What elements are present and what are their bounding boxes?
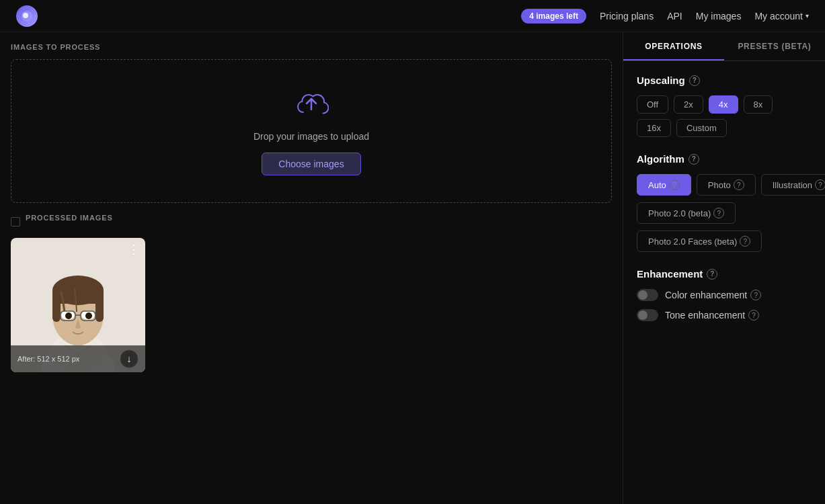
upload-area[interactable]: Drop your images to upload Choose images: [11, 59, 612, 203]
upscaling-info-icon[interactable]: ?: [689, 75, 700, 86]
algorithm-heading: Algorithm ?: [637, 153, 812, 165]
algo-auto-info-icon[interactable]: ?: [669, 179, 680, 190]
processed-section: PROCESSED IMAGES: [11, 214, 612, 372]
choose-images-button[interactable]: Choose images: [262, 153, 360, 175]
image-size-label: After: 512 x 512 px: [17, 355, 79, 363]
tab-operations[interactable]: OPERATIONS: [623, 32, 724, 60]
svg-point-13: [65, 312, 72, 319]
upscale-16x[interactable]: 16x: [637, 119, 671, 137]
nav-pricing[interactable]: Pricing plans: [600, 11, 654, 22]
upscale-off[interactable]: Off: [637, 95, 668, 114]
image-card: ⋮ After: 512 x 512 px ↓: [11, 238, 145, 372]
algo-illustration[interactable]: Illustration ?: [761, 174, 825, 196]
upscale-2x[interactable]: 2x: [674, 95, 703, 114]
upscale-options: Off 2x 4x 8x 16x Custom: [637, 95, 812, 137]
upload-icon: [294, 87, 329, 122]
upscaling-heading: Upscaling ?: [637, 75, 812, 86]
tone-enhancement-label: Tone enhancement ?: [665, 310, 759, 321]
main-layout: IMAGES TO PROCESS Drop your images to up…: [0, 32, 825, 504]
algo-row-1: Auto ? Photo ? Illustration ?: [637, 174, 812, 196]
algo-auto[interactable]: Auto ?: [637, 174, 691, 196]
algo-illustration-info-icon[interactable]: ?: [815, 179, 825, 190]
right-tabs: OPERATIONS PRESETS (BETA): [623, 32, 825, 61]
tone-enhancement-option: Tone enhancement ?: [637, 309, 812, 321]
nav-my-images[interactable]: My images: [696, 11, 742, 22]
images-to-process-title: IMAGES TO PROCESS: [11, 43, 612, 51]
tab-presets[interactable]: PRESETS (BETA): [724, 32, 825, 60]
chevron-down-icon: ▾: [806, 12, 809, 19]
processed-title-row: PROCESSED IMAGES: [11, 214, 612, 230]
algo-photo[interactable]: Photo ?: [697, 174, 756, 196]
algo-row-3: Photo 2.0 Faces (beta) ?: [637, 230, 812, 252]
algo-row-2: Photo 2.0 (beta) ?: [637, 202, 812, 224]
tone-enhancement-info-icon[interactable]: ?: [748, 310, 759, 321]
color-enhancement-label: Color enhancement ?: [665, 290, 761, 300]
svg-rect-9: [52, 295, 61, 322]
algo-photo-info-icon[interactable]: ?: [734, 179, 744, 190]
nav-my-account[interactable]: My account ▾: [754, 11, 809, 22]
svg-rect-10: [95, 295, 104, 322]
color-enhancement-toggle[interactable]: [637, 289, 658, 301]
svg-point-1: [23, 13, 28, 18]
upscale-8x[interactable]: 8x: [744, 95, 773, 114]
algo-options: Auto ? Photo ? Illustration ?: [637, 174, 812, 252]
right-content: Upscaling ? Off 2x 4x 8x 16x Custom Algo…: [623, 61, 825, 504]
enhancement-info-icon[interactable]: ?: [707, 269, 717, 280]
algorithm-section: Algorithm ? Auto ? Photo ?: [637, 153, 812, 252]
images-left-badge: 4 images left: [521, 9, 586, 24]
upscaling-section: Upscaling ? Off 2x 4x 8x 16x Custom: [637, 75, 812, 137]
upscale-4x[interactable]: 4x: [709, 95, 738, 114]
download-button[interactable]: ↓: [120, 349, 139, 368]
right-panel: OPERATIONS PRESETS (BETA) Upscaling ? Of…: [623, 32, 825, 504]
enhancement-heading: Enhancement ?: [637, 268, 812, 280]
algo-photo2-faces-info-icon[interactable]: ?: [740, 236, 750, 247]
upscale-custom[interactable]: Custom: [676, 119, 727, 137]
header: 4 images left Pricing plans API My image…: [0, 0, 825, 32]
svg-point-14: [85, 312, 92, 319]
download-icon: ↓: [127, 353, 132, 364]
image-card-footer: After: 512 x 512 px ↓: [11, 345, 145, 372]
enhancement-section: Enhancement ? Color enhancement ? Tone e…: [637, 268, 812, 321]
processed-images-checkbox[interactable]: [11, 217, 20, 226]
processed-images-title: PROCESSED IMAGES: [26, 214, 113, 222]
algo-photo-2-faces[interactable]: Photo 2.0 Faces (beta) ?: [637, 230, 762, 252]
tone-enhancement-toggle[interactable]: [637, 309, 658, 321]
color-enhancement-info-icon[interactable]: ?: [750, 290, 761, 300]
logo[interactable]: [16, 5, 38, 27]
algorithm-info-icon[interactable]: ?: [689, 154, 699, 165]
algo-photo2-info-icon[interactable]: ?: [713, 208, 724, 218]
algo-photo-2[interactable]: Photo 2.0 (beta) ?: [637, 202, 736, 224]
color-enhancement-option: Color enhancement ?: [637, 289, 812, 301]
left-panel: IMAGES TO PROCESS Drop your images to up…: [0, 32, 623, 504]
image-menu-icon[interactable]: ⋮: [128, 243, 140, 255]
upload-text: Drop your images to upload: [253, 131, 369, 142]
nav-api[interactable]: API: [667, 11, 682, 22]
